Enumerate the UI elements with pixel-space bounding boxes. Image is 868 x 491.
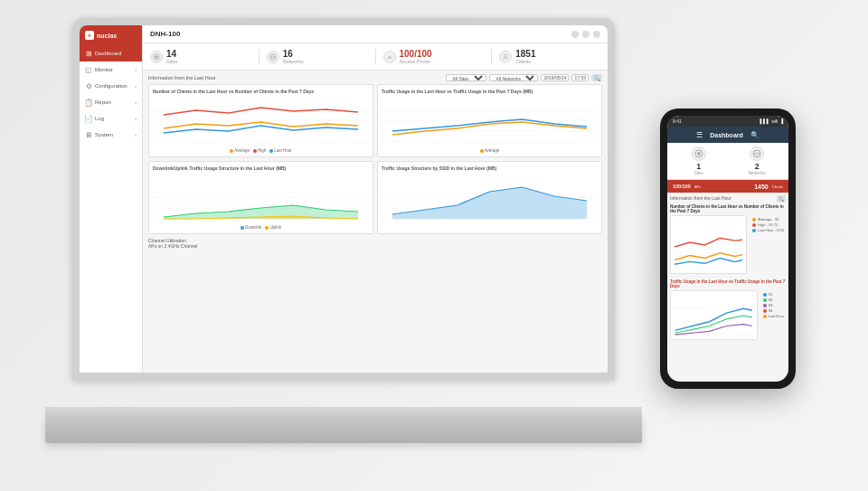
phone-search-btn[interactable]: 🔍 <box>777 195 786 203</box>
laptop-screen-outer: n nuclas ⊞ Dashboard ◱ Monitor › <box>72 18 615 380</box>
phone-legend-dot-lh <box>752 229 756 232</box>
chart-traffic-title: Traffic Usage in the Last Hour vs Traffi… <box>382 89 598 94</box>
phone-time: 9:41 <box>673 118 682 124</box>
phone-sites-value: 1 <box>696 162 701 171</box>
legend-downlink: Downlink <box>241 225 261 230</box>
phone-clients-value: 1450 <box>754 184 769 190</box>
clients-label: Clients <box>515 59 535 64</box>
battery-icon: ▐ <box>779 118 783 124</box>
phone-info-label: Information from the Last Hour <box>670 195 731 201</box>
filter-row: Information from the Last Hour All Sites… <box>148 74 602 81</box>
search-button[interactable]: 🔍 <box>591 74 602 81</box>
chart-downlink-title: Downlink/Uplink Traffic Usage Structure … <box>153 165 369 171</box>
sidebar-item-system[interactable]: 🖥 System › <box>80 127 142 143</box>
sidebar-item-dashboard[interactable]: ⊞ Dashboard <box>80 45 142 61</box>
chart-ssid: Traffic Usage Structure by SSID in the L… <box>377 161 602 234</box>
phone-stat-sites: 1 Sites <box>671 146 727 175</box>
phone-status-bar: 9:41 ▌▌▌ wifi ▐ <box>667 116 788 127</box>
phone-networks-icon <box>750 146 764 161</box>
stat-divider-1 <box>259 49 259 64</box>
wifi-icon: wifi <box>771 118 778 124</box>
phone-legend-dot-s1 <box>763 293 767 297</box>
phone-ap-value: 100/100 <box>673 184 691 189</box>
sidebar-item-log[interactable]: 📄 Log › <box>80 110 142 127</box>
legend-average: Average <box>230 148 250 153</box>
date-filter[interactable]: 2019/05/24 <box>541 74 569 81</box>
all-networks-select[interactable]: All Networks <box>489 74 538 81</box>
phone-chart2-legend: S1 S2 S3 S4 <box>761 290 786 340</box>
sidebar: n nuclas ⊞ Dashboard ◱ Monitor › <box>80 25 143 373</box>
phone-legend-dot-s2 <box>763 298 767 302</box>
main-content: DNH-100 <box>143 25 608 373</box>
phone-networks-value: 2 <box>755 162 760 171</box>
sidebar-item-report[interactable]: 📋 Report › <box>80 94 142 110</box>
stat-clients: 1851 Clients <box>499 49 600 64</box>
time-filter[interactable]: 17:53 <box>571 74 589 81</box>
stat-divider-3 <box>491 49 492 64</box>
content-area: Information from the Last Hour All Sites… <box>143 71 608 373</box>
chart-traffic-legend: Average <box>382 148 598 153</box>
phone-header: ☰ Dashboard 🔍 <box>667 127 788 143</box>
stat-divider-2 <box>375 49 376 64</box>
phone-legend-dot-avg <box>752 218 756 222</box>
phone-stat-networks: 2 Networks <box>730 146 786 175</box>
phone-networks-label: Networks <box>749 171 766 175</box>
phone-search-icon[interactable]: 🔍 <box>750 131 760 139</box>
sidebar-item-configuration[interactable]: ⚙ Configuration › <box>80 78 142 94</box>
charts-grid: Number of Clients in the Last Hour vs Nu… <box>148 84 602 234</box>
header-icon-1 <box>571 31 579 38</box>
networks-icon <box>267 51 279 63</box>
chart-clients-title: Number of Clients in the Last Hour vs Nu… <box>153 89 369 94</box>
sidebar-header: n nuclas <box>80 25 142 45</box>
monitor-icon: ◱ <box>85 66 92 73</box>
nav-label-report: Report <box>95 99 111 105</box>
phone-legend-dot-s4 <box>763 309 767 313</box>
bottom-section: Channel Utilization APs on 2.4GHz Channe… <box>148 238 602 249</box>
phone-content: Information from the Last Hour 🔍 Number … <box>667 193 788 382</box>
svg-point-1 <box>155 55 157 58</box>
legend-dot-high <box>253 149 257 153</box>
filter-label: Information from the Last Hour <box>148 75 216 80</box>
phone-menu-icon[interactable]: ☰ <box>696 131 703 139</box>
phone: 9:41 ▌▌▌ wifi ▐ ☰ Dashboard 🔍 <box>660 109 796 389</box>
phone-legend-dot-lh2 <box>763 315 767 318</box>
legend-dot-downlink <box>241 226 244 230</box>
phone-legend-dot-high <box>752 223 756 227</box>
log-icon: 📄 <box>85 115 92 122</box>
header-icon-3 <box>593 31 600 38</box>
laptop: n nuclas ⊞ Dashboard ◱ Monitor › <box>45 18 642 461</box>
header-icons <box>571 31 600 38</box>
ap-value: 100/100 <box>400 49 432 59</box>
laptop-foot <box>45 416 642 443</box>
sidebar-item-monitor[interactable]: ◱ Monitor › <box>80 61 142 78</box>
chart-traffic-area <box>382 97 598 146</box>
sites-label: Sites <box>166 59 177 64</box>
svg-point-3 <box>505 54 507 57</box>
phone-sites-icon <box>692 146 706 161</box>
dashboard-icon: ⊞ <box>85 50 92 57</box>
all-sites-select[interactable]: All Sites <box>446 74 486 81</box>
svg-point-22 <box>697 152 701 156</box>
main-header: DNH-100 <box>143 25 608 43</box>
stat-sites: 14 Sites <box>150 49 251 64</box>
phone-chart1-area <box>670 215 747 274</box>
chart-downlink-legend: Downlink Uplink <box>153 225 369 230</box>
phone-legend-s4: S4 <box>763 308 784 313</box>
chart-traffic: Traffic Usage in the Last Hour vs Traffi… <box>377 84 602 157</box>
system-icon: 🖥 <box>85 131 92 138</box>
phone-legend-dot-s3 <box>763 304 767 307</box>
sites-icon <box>150 51 163 63</box>
chart-downlink-area <box>153 174 369 223</box>
stat-ap: 100/100 Access Points <box>383 49 485 64</box>
logo-icon: n <box>85 31 94 40</box>
phone-chart1-legend: Average - 33 High - 53.75 Last Hour - 0.… <box>750 215 786 277</box>
legend-dot-uplink <box>265 226 269 230</box>
report-icon: 📋 <box>85 99 92 106</box>
legend-uplink: Uplink <box>265 225 281 230</box>
phone-screen: 9:41 ▌▌▌ wifi ▐ ☰ Dashboard 🔍 <box>667 116 788 382</box>
legend-dot-lasthour <box>269 149 273 153</box>
ap-label: Access Points <box>400 59 432 64</box>
phone-legend-s1: S1 <box>763 292 784 297</box>
phone-ap-label: APs <box>694 184 701 189</box>
brand-name: nuclas <box>97 33 117 39</box>
